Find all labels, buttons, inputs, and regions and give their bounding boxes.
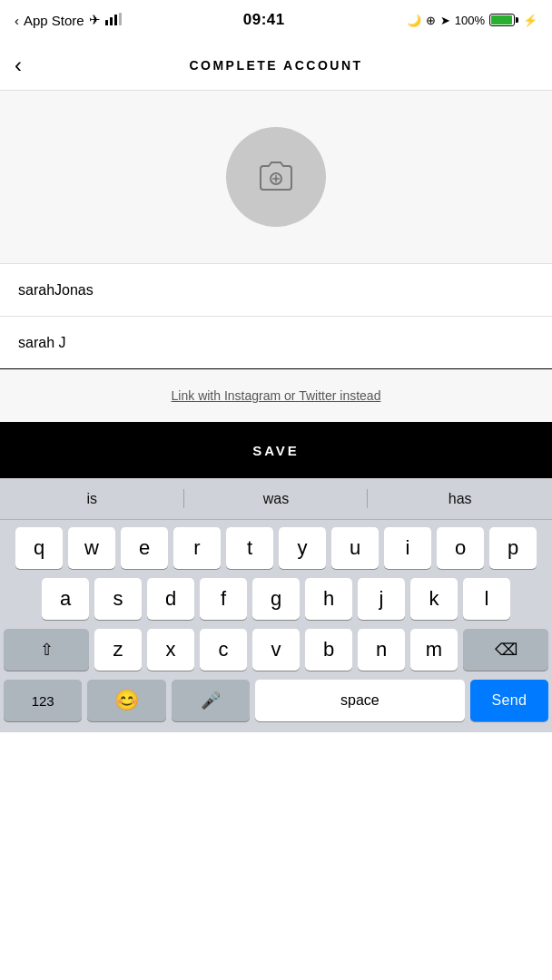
- form-fields: [0, 263, 552, 369]
- num-key[interactable]: 123: [4, 680, 82, 721]
- key-o[interactable]: o: [437, 527, 484, 569]
- key-u[interactable]: u: [331, 527, 379, 569]
- key-t[interactable]: t: [226, 527, 273, 569]
- key-r[interactable]: r: [173, 527, 221, 569]
- key-s[interactable]: s: [94, 578, 142, 620]
- key-v[interactable]: v: [252, 629, 300, 671]
- key-c[interactable]: c: [200, 629, 247, 671]
- status-left: ‹ App Store ✈: [15, 12, 122, 28]
- key-f[interactable]: f: [200, 578, 247, 620]
- back-arrow-status: ‹: [15, 13, 19, 28]
- key-e[interactable]: e: [121, 527, 168, 569]
- delete-key[interactable]: ⌫: [463, 629, 548, 671]
- social-link-section: Link with Instagram or Twitter instead: [0, 369, 552, 422]
- charging-icon: ⚡: [523, 14, 537, 27]
- social-link-button[interactable]: Link with Instagram or Twitter instead: [172, 388, 381, 403]
- svg-rect-3: [119, 13, 122, 25]
- key-w[interactable]: w: [68, 527, 115, 569]
- battery-icon: [489, 14, 518, 26]
- key-row-2: a s d f g h j k l: [4, 578, 548, 620]
- location-icon: ⊕: [426, 14, 436, 27]
- autocomplete-is[interactable]: is: [0, 484, 184, 514]
- keyboard-rows: q w e r t y u i o p a s d f g h j k l ⇧ …: [0, 520, 552, 732]
- key-m[interactable]: m: [410, 629, 458, 671]
- back-button[interactable]: ‹: [15, 53, 22, 78]
- username-input[interactable]: [0, 264, 552, 317]
- key-row-1: q w e r t y u i o p: [4, 527, 548, 569]
- status-time: 09:41: [243, 11, 285, 29]
- svg-rect-0: [105, 20, 108, 25]
- moon-icon: 🌙: [407, 14, 421, 27]
- name-input[interactable]: [0, 317, 552, 369]
- key-y[interactable]: y: [279, 527, 326, 569]
- svg-rect-2: [114, 15, 117, 25]
- key-d[interactable]: d: [147, 578, 194, 620]
- nav-bar: ‹ COMPLETE ACCOUNT: [0, 40, 552, 91]
- airplane-icon: ✈: [89, 12, 101, 28]
- app-store-label: App Store: [24, 13, 84, 28]
- status-bar: ‹ App Store ✈ 09:41 🌙 ⊕ ➤ 100% ⚡: [0, 0, 552, 40]
- key-j[interactable]: j: [358, 578, 405, 620]
- autocomplete-was[interactable]: was: [184, 484, 369, 514]
- avatar-picker[interactable]: [226, 127, 326, 227]
- key-g[interactable]: g: [252, 578, 300, 620]
- key-a[interactable]: a: [42, 578, 89, 620]
- space-key[interactable]: space: [255, 680, 464, 721]
- key-q[interactable]: q: [15, 527, 63, 569]
- key-l[interactable]: l: [463, 578, 510, 620]
- svg-rect-1: [110, 17, 113, 25]
- save-button[interactable]: SAVE: [0, 422, 552, 478]
- key-n[interactable]: n: [358, 629, 405, 671]
- battery-percent: 100%: [455, 14, 485, 27]
- key-b[interactable]: b: [305, 629, 352, 671]
- key-i[interactable]: i: [384, 527, 431, 569]
- autocomplete-bar: is was has: [0, 478, 552, 520]
- autocomplete-has[interactable]: has: [368, 484, 552, 514]
- key-p[interactable]: p: [489, 527, 537, 569]
- key-row-4: 123 😊 🎤 space Send: [4, 680, 548, 721]
- key-row-3: ⇧ z x c v b n m ⌫: [4, 629, 548, 671]
- send-key[interactable]: Send: [470, 680, 548, 721]
- signal-icon: [105, 13, 122, 28]
- key-h[interactable]: h: [305, 578, 352, 620]
- key-x[interactable]: x: [147, 629, 194, 671]
- status-right: 🌙 ⊕ ➤ 100% ⚡: [407, 14, 537, 27]
- emoji-key[interactable]: 😊: [87, 680, 165, 721]
- keyboard: is was has q w e r t y u i o p a s d f: [0, 478, 552, 732]
- gps-icon: ➤: [440, 14, 450, 27]
- camera-icon: [256, 161, 296, 193]
- key-z[interactable]: z: [94, 629, 142, 671]
- shift-key[interactable]: ⇧: [4, 629, 89, 671]
- mic-key[interactable]: 🎤: [172, 680, 250, 721]
- page-title: COMPLETE ACCOUNT: [189, 58, 362, 73]
- key-k[interactable]: k: [410, 578, 458, 620]
- content-area: Link with Instagram or Twitter instead S…: [0, 91, 552, 478]
